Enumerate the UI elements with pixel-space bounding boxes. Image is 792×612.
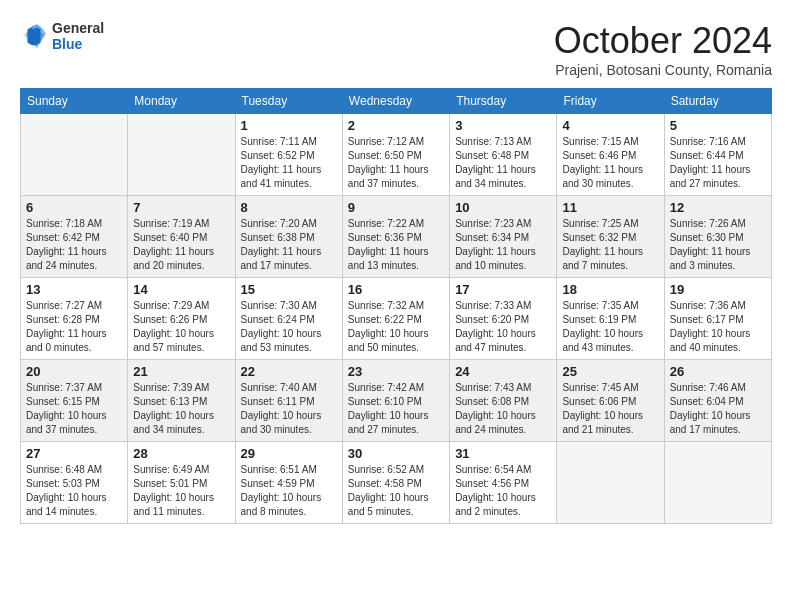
calendar-day-cell <box>557 442 664 524</box>
calendar-day-cell: 8Sunrise: 7:20 AM Sunset: 6:38 PM Daylig… <box>235 196 342 278</box>
day-number: 16 <box>348 282 444 297</box>
day-detail: Sunrise: 7:42 AM Sunset: 6:10 PM Dayligh… <box>348 381 444 437</box>
location: Prajeni, Botosani County, Romania <box>554 62 772 78</box>
calendar-day-cell: 14Sunrise: 7:29 AM Sunset: 6:26 PM Dayli… <box>128 278 235 360</box>
day-detail: Sunrise: 7:26 AM Sunset: 6:30 PM Dayligh… <box>670 217 766 273</box>
weekday-header: Monday <box>128 89 235 114</box>
calendar-week-row: 6Sunrise: 7:18 AM Sunset: 6:42 PM Daylig… <box>21 196 772 278</box>
day-detail: Sunrise: 7:19 AM Sunset: 6:40 PM Dayligh… <box>133 217 229 273</box>
day-number: 17 <box>455 282 551 297</box>
day-number: 22 <box>241 364 337 379</box>
calendar-day-cell: 23Sunrise: 7:42 AM Sunset: 6:10 PM Dayli… <box>342 360 449 442</box>
calendar-day-cell: 10Sunrise: 7:23 AM Sunset: 6:34 PM Dayli… <box>450 196 557 278</box>
day-number: 12 <box>670 200 766 215</box>
day-number: 10 <box>455 200 551 215</box>
day-number: 7 <box>133 200 229 215</box>
calendar-day-cell: 9Sunrise: 7:22 AM Sunset: 6:36 PM Daylig… <box>342 196 449 278</box>
weekday-header: Tuesday <box>235 89 342 114</box>
day-number: 19 <box>670 282 766 297</box>
day-detail: Sunrise: 7:29 AM Sunset: 6:26 PM Dayligh… <box>133 299 229 355</box>
calendar-day-cell: 1Sunrise: 7:11 AM Sunset: 6:52 PM Daylig… <box>235 114 342 196</box>
day-number: 1 <box>241 118 337 133</box>
calendar-week-row: 1Sunrise: 7:11 AM Sunset: 6:52 PM Daylig… <box>21 114 772 196</box>
calendar-week-row: 13Sunrise: 7:27 AM Sunset: 6:28 PM Dayli… <box>21 278 772 360</box>
day-detail: Sunrise: 7:37 AM Sunset: 6:15 PM Dayligh… <box>26 381 122 437</box>
calendar-day-cell: 18Sunrise: 7:35 AM Sunset: 6:19 PM Dayli… <box>557 278 664 360</box>
day-number: 31 <box>455 446 551 461</box>
day-number: 15 <box>241 282 337 297</box>
calendar-day-cell <box>128 114 235 196</box>
calendar-day-cell: 24Sunrise: 7:43 AM Sunset: 6:08 PM Dayli… <box>450 360 557 442</box>
calendar-day-cell: 15Sunrise: 7:30 AM Sunset: 6:24 PM Dayli… <box>235 278 342 360</box>
day-detail: Sunrise: 6:52 AM Sunset: 4:58 PM Dayligh… <box>348 463 444 519</box>
calendar-table: SundayMondayTuesdayWednesdayThursdayFrid… <box>20 88 772 524</box>
day-detail: Sunrise: 7:46 AM Sunset: 6:04 PM Dayligh… <box>670 381 766 437</box>
day-detail: Sunrise: 7:30 AM Sunset: 6:24 PM Dayligh… <box>241 299 337 355</box>
calendar-day-cell: 29Sunrise: 6:51 AM Sunset: 4:59 PM Dayli… <box>235 442 342 524</box>
day-number: 5 <box>670 118 766 133</box>
calendar-day-cell: 31Sunrise: 6:54 AM Sunset: 4:56 PM Dayli… <box>450 442 557 524</box>
day-detail: Sunrise: 7:13 AM Sunset: 6:48 PM Dayligh… <box>455 135 551 191</box>
day-detail: Sunrise: 7:36 AM Sunset: 6:17 PM Dayligh… <box>670 299 766 355</box>
calendar-day-cell: 26Sunrise: 7:46 AM Sunset: 6:04 PM Dayli… <box>664 360 771 442</box>
logo-icon <box>20 22 48 50</box>
calendar-day-cell: 13Sunrise: 7:27 AM Sunset: 6:28 PM Dayli… <box>21 278 128 360</box>
calendar-day-cell: 21Sunrise: 7:39 AM Sunset: 6:13 PM Dayli… <box>128 360 235 442</box>
day-number: 14 <box>133 282 229 297</box>
calendar-day-cell: 16Sunrise: 7:32 AM Sunset: 6:22 PM Dayli… <box>342 278 449 360</box>
day-detail: Sunrise: 7:22 AM Sunset: 6:36 PM Dayligh… <box>348 217 444 273</box>
day-detail: Sunrise: 7:20 AM Sunset: 6:38 PM Dayligh… <box>241 217 337 273</box>
logo: General Blue <box>20 20 104 52</box>
day-detail: Sunrise: 7:43 AM Sunset: 6:08 PM Dayligh… <box>455 381 551 437</box>
day-number: 23 <box>348 364 444 379</box>
day-detail: Sunrise: 7:40 AM Sunset: 6:11 PM Dayligh… <box>241 381 337 437</box>
day-number: 11 <box>562 200 658 215</box>
calendar-day-cell: 20Sunrise: 7:37 AM Sunset: 6:15 PM Dayli… <box>21 360 128 442</box>
day-number: 6 <box>26 200 122 215</box>
day-detail: Sunrise: 6:48 AM Sunset: 5:03 PM Dayligh… <box>26 463 122 519</box>
day-number: 3 <box>455 118 551 133</box>
day-number: 20 <box>26 364 122 379</box>
logo-general: General <box>52 20 104 36</box>
day-detail: Sunrise: 7:23 AM Sunset: 6:34 PM Dayligh… <box>455 217 551 273</box>
day-number: 18 <box>562 282 658 297</box>
day-detail: Sunrise: 7:16 AM Sunset: 6:44 PM Dayligh… <box>670 135 766 191</box>
day-number: 26 <box>670 364 766 379</box>
day-number: 27 <box>26 446 122 461</box>
day-number: 29 <box>241 446 337 461</box>
day-detail: Sunrise: 7:32 AM Sunset: 6:22 PM Dayligh… <box>348 299 444 355</box>
day-detail: Sunrise: 6:51 AM Sunset: 4:59 PM Dayligh… <box>241 463 337 519</box>
calendar-day-cell: 30Sunrise: 6:52 AM Sunset: 4:58 PM Dayli… <box>342 442 449 524</box>
logo-blue: Blue <box>52 36 104 52</box>
calendar-day-cell: 5Sunrise: 7:16 AM Sunset: 6:44 PM Daylig… <box>664 114 771 196</box>
title-block: October 2024 Prajeni, Botosani County, R… <box>554 20 772 78</box>
calendar-day-cell: 2Sunrise: 7:12 AM Sunset: 6:50 PM Daylig… <box>342 114 449 196</box>
logo-text: General Blue <box>52 20 104 52</box>
calendar-day-cell: 17Sunrise: 7:33 AM Sunset: 6:20 PM Dayli… <box>450 278 557 360</box>
page-header: General Blue October 2024 Prajeni, Botos… <box>20 20 772 78</box>
day-detail: Sunrise: 7:25 AM Sunset: 6:32 PM Dayligh… <box>562 217 658 273</box>
day-number: 24 <box>455 364 551 379</box>
day-number: 30 <box>348 446 444 461</box>
day-detail: Sunrise: 7:12 AM Sunset: 6:50 PM Dayligh… <box>348 135 444 191</box>
calendar-day-cell: 28Sunrise: 6:49 AM Sunset: 5:01 PM Dayli… <box>128 442 235 524</box>
calendar-day-cell <box>664 442 771 524</box>
day-number: 21 <box>133 364 229 379</box>
day-number: 28 <box>133 446 229 461</box>
calendar-day-cell: 11Sunrise: 7:25 AM Sunset: 6:32 PM Dayli… <box>557 196 664 278</box>
day-detail: Sunrise: 7:45 AM Sunset: 6:06 PM Dayligh… <box>562 381 658 437</box>
day-detail: Sunrise: 7:39 AM Sunset: 6:13 PM Dayligh… <box>133 381 229 437</box>
day-number: 2 <box>348 118 444 133</box>
day-detail: Sunrise: 7:11 AM Sunset: 6:52 PM Dayligh… <box>241 135 337 191</box>
calendar-day-cell <box>21 114 128 196</box>
weekday-header: Friday <box>557 89 664 114</box>
calendar-day-cell: 3Sunrise: 7:13 AM Sunset: 6:48 PM Daylig… <box>450 114 557 196</box>
day-number: 9 <box>348 200 444 215</box>
weekday-header: Wednesday <box>342 89 449 114</box>
calendar-week-row: 27Sunrise: 6:48 AM Sunset: 5:03 PM Dayli… <box>21 442 772 524</box>
calendar-day-cell: 27Sunrise: 6:48 AM Sunset: 5:03 PM Dayli… <box>21 442 128 524</box>
day-detail: Sunrise: 7:18 AM Sunset: 6:42 PM Dayligh… <box>26 217 122 273</box>
weekday-header: Saturday <box>664 89 771 114</box>
day-detail: Sunrise: 7:33 AM Sunset: 6:20 PM Dayligh… <box>455 299 551 355</box>
calendar-day-cell: 25Sunrise: 7:45 AM Sunset: 6:06 PM Dayli… <box>557 360 664 442</box>
